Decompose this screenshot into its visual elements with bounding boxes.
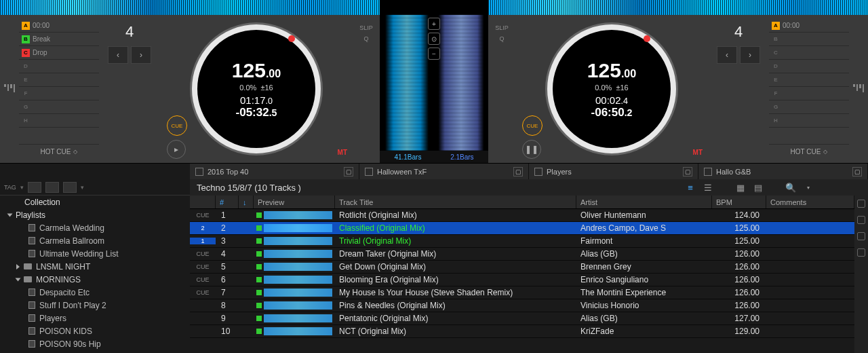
jog-wheel-a[interactable]: 125.00 0.0% ±16 01:17.0 -05:32.5 — [192, 24, 321, 153]
hotcue-slot[interactable]: B — [769, 33, 849, 46]
hotcue-slot[interactable]: H — [769, 114, 849, 128]
col-bpm[interactable]: BPM — [712, 196, 766, 208]
tag-label[interactable]: TAG — [4, 184, 16, 191]
sidebar-playlist[interactable]: Carmela Ballroom — [0, 234, 190, 247]
tab-menu-icon[interactable]: ▢ — [344, 167, 353, 176]
col-preview[interactable]: Preview — [254, 196, 335, 208]
playlist-tab[interactable]: Hallo G&B▢ — [698, 164, 868, 179]
hotcue-slot[interactable]: F — [769, 87, 849, 100]
hotcue-slot[interactable]: CDrop — [19, 46, 99, 60]
zoom-reset-icon[interactable]: ⊙ — [428, 33, 440, 45]
hotcue-slot[interactable]: E — [19, 73, 99, 87]
cue-cell[interactable]: CUE — [190, 212, 216, 219]
preview-cell[interactable] — [254, 289, 335, 297]
chevron-down-icon[interactable]: ▾ — [803, 183, 814, 192]
slip-label[interactable]: SLIP — [495, 24, 509, 31]
hotcue-slot[interactable]: F — [19, 87, 99, 100]
pause-button[interactable]: ❚❚ — [522, 140, 541, 159]
sidebar-playlist[interactable]: Players — [0, 312, 190, 324]
sidebar-playlist[interactable]: Ultimate Wedding List — [0, 247, 190, 260]
preview-cell[interactable] — [254, 237, 335, 245]
track-row[interactable]: 10NCT (Original Mix)KriZFade129.00 — [190, 325, 854, 338]
waveform-deck-a[interactable] — [380, 15, 434, 151]
sidebar-playlist[interactable]: Despacito Etc — [0, 286, 190, 299]
grip-icon[interactable] — [853, 84, 864, 94]
cue-button[interactable]: CUE — [522, 115, 542, 136]
hotcue-slot[interactable]: G — [769, 100, 849, 114]
sidebar-folder[interactable]: MORNINGS — [0, 273, 190, 286]
preview-cell[interactable] — [254, 301, 335, 310]
quantize-label[interactable]: Q — [499, 35, 504, 42]
chevron-down-icon[interactable]: ▾ — [20, 184, 24, 191]
beat-next-button[interactable]: › — [740, 46, 760, 64]
playlist-tab[interactable]: Players▢ — [529, 164, 698, 179]
cue-button[interactable]: CUE — [167, 115, 187, 136]
center-waveforms[interactable]: + ⊙ − 41.1Bars 2.1Bars — [380, 15, 488, 163]
hotcue-slot[interactable]: BBreak — [19, 33, 99, 46]
deck-b-overview[interactable] — [488, 0, 868, 15]
hotcue-mode[interactable]: HOT CUE◇ — [19, 144, 99, 159]
sidebar-playlist[interactable]: Carmela Wedding — [0, 221, 190, 234]
hotcue-slot[interactable]: C — [769, 46, 849, 60]
search-icon[interactable]: 🔍 — [785, 183, 796, 192]
panel-icon-3[interactable] — [857, 232, 865, 240]
tab-menu-icon[interactable]: ▢ — [852, 167, 862, 176]
quantize-label[interactable]: Q — [363, 35, 368, 42]
preview-cell[interactable] — [254, 211, 335, 219]
hotcue-slot[interactable]: G — [19, 100, 99, 114]
track-row[interactable]: CUE5Get Down (Original Mix)Brennen Grey1… — [190, 261, 854, 274]
sidebar-playlist[interactable]: Stuff I Don't Play 2 — [0, 299, 190, 312]
sidebar-playlists[interactable]: Playlists — [0, 208, 190, 221]
sidebar-playlist[interactable]: POISON 90s Hip — [0, 337, 190, 350]
hotcue-slot[interactable]: D — [19, 60, 99, 73]
hotcue-slot[interactable]: E — [769, 73, 849, 87]
view-tool-2[interactable] — [45, 182, 59, 193]
preview-cell[interactable] — [254, 327, 335, 335]
sidebar-playlist[interactable]: POISON KIDS — [0, 324, 190, 337]
zoom-in-icon[interactable]: + — [428, 18, 440, 30]
playlist-tab[interactable]: 2016 Top 40▢ — [190, 164, 359, 179]
cue-cell[interactable]: CUE — [190, 263, 216, 270]
zoom-out-icon[interactable]: − — [428, 48, 440, 60]
panel-icon-4[interactable] — [857, 248, 865, 257]
slip-label[interactable]: SLIP — [359, 24, 373, 31]
sort-arrow-icon[interactable]: ↓ — [239, 196, 254, 208]
grip-icon[interactable] — [4, 84, 15, 94]
preview-cell[interactable] — [254, 314, 335, 322]
cue-cell[interactable]: CUE — [190, 276, 216, 283]
master-tempo-label[interactable]: MT — [693, 149, 703, 156]
play-button[interactable]: ▸ — [167, 140, 186, 159]
preview-cell[interactable] — [254, 224, 335, 232]
view-grid-icon[interactable]: ▦ — [735, 183, 746, 192]
tab-menu-icon[interactable]: ▢ — [683, 167, 692, 176]
column-headers[interactable]: # ↓ Preview Track Title Artist BPM Comme… — [190, 196, 854, 209]
panel-icon-1[interactable] — [857, 200, 865, 208]
track-row[interactable]: CUE7My House Is Your House (Steve Shaden… — [190, 286, 854, 299]
beat-prev-button[interactable]: ‹ — [717, 46, 737, 64]
cue-cell[interactable]: 2 — [190, 225, 216, 231]
master-tempo-label[interactable]: MT — [338, 149, 347, 156]
view-detail-icon[interactable]: ☰ — [703, 183, 713, 192]
preview-cell[interactable] — [254, 250, 335, 258]
col-number[interactable]: # — [216, 196, 239, 208]
cue-cell[interactable]: 1 — [190, 238, 216, 244]
sidebar-collection[interactable]: Collection — [0, 196, 190, 208]
sidebar-folder[interactable]: LNSML NIGHT — [0, 260, 190, 273]
beat-prev-button[interactable]: ‹ — [108, 46, 128, 64]
preview-cell[interactable] — [254, 263, 335, 271]
col-title[interactable]: Track Title — [335, 196, 576, 208]
overview-waveform[interactable] — [0, 0, 868, 15]
track-row[interactable]: CUE1Rotlicht (Original Mix)Oliver Huntem… — [190, 209, 854, 222]
col-comments[interactable]: Comments — [766, 196, 854, 208]
playlist-tab[interactable]: Halloween TxF▢ — [359, 164, 529, 179]
view-tool-1[interactable] — [28, 182, 41, 193]
hotcue-slot[interactable]: H — [19, 114, 99, 128]
view-tool-3[interactable] — [63, 182, 77, 193]
panel-icon-2[interactable] — [857, 216, 865, 224]
track-row[interactable]: 22Classified (Original Mix)Andres Campo,… — [190, 222, 854, 235]
hotcue-slot[interactable]: D — [769, 60, 849, 73]
hotcue-slot[interactable]: A00:00 — [19, 19, 99, 33]
cue-cell[interactable]: CUE — [190, 250, 216, 257]
hotcue-slot[interactable]: A00:00 — [769, 19, 849, 33]
waveform-deck-b[interactable] — [434, 15, 488, 151]
